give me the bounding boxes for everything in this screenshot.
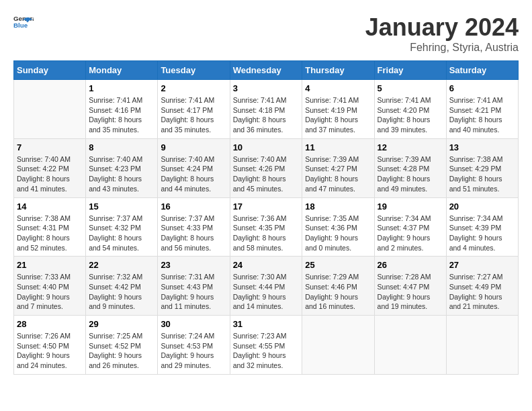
logo: General Blue	[13, 13, 34, 30]
svg-text:Blue: Blue	[13, 21, 28, 29]
day-info: Sunrise: 7:27 AM Sunset: 4:49 PM Dayligh…	[449, 272, 515, 312]
weekday-header-friday: Friday	[374, 61, 446, 80]
weekday-header-tuesday: Tuesday	[158, 61, 230, 80]
day-number: 2	[161, 83, 226, 93]
day-info: Sunrise: 7:40 AM Sunset: 4:26 PM Dayligh…	[233, 154, 300, 194]
day-number: 12	[378, 142, 443, 152]
day-info: Sunrise: 7:31 AM Sunset: 4:43 PM Dayligh…	[161, 272, 226, 312]
calendar-week-row: 7Sunrise: 7:40 AM Sunset: 4:22 PM Daylig…	[14, 138, 519, 197]
calendar-cell: 3Sunrise: 7:41 AM Sunset: 4:18 PM Daylig…	[230, 80, 302, 139]
day-number: 1	[89, 83, 154, 93]
day-number: 9	[161, 142, 226, 152]
logo-icon: General Blue	[13, 13, 34, 30]
calendar-cell: 23Sunrise: 7:31 AM Sunset: 4:43 PM Dayli…	[158, 257, 230, 316]
day-info: Sunrise: 7:34 AM Sunset: 4:39 PM Dayligh…	[449, 214, 515, 253]
day-number: 25	[305, 260, 371, 270]
day-info: Sunrise: 7:41 AM Sunset: 4:17 PM Dayligh…	[161, 95, 226, 135]
calendar-week-row: 21Sunrise: 7:33 AM Sunset: 4:40 PM Dayli…	[14, 257, 519, 316]
calendar-cell: 24Sunrise: 7:30 AM Sunset: 4:44 PM Dayli…	[230, 257, 302, 316]
day-info: Sunrise: 7:30 AM Sunset: 4:44 PM Dayligh…	[233, 272, 300, 312]
day-number: 6	[449, 83, 515, 93]
day-info: Sunrise: 7:40 AM Sunset: 4:23 PM Dayligh…	[89, 154, 154, 194]
day-info: Sunrise: 7:36 AM Sunset: 4:35 PM Dayligh…	[233, 214, 300, 253]
day-number: 3	[233, 83, 300, 93]
day-info: Sunrise: 7:35 AM Sunset: 4:36 PM Dayligh…	[305, 214, 371, 253]
day-number: 26	[378, 260, 443, 270]
day-info: Sunrise: 7:41 AM Sunset: 4:20 PM Dayligh…	[378, 95, 443, 135]
calendar-cell: 28Sunrise: 7:26 AM Sunset: 4:50 PM Dayli…	[14, 316, 86, 375]
day-number: 31	[233, 319, 300, 329]
day-info: Sunrise: 7:41 AM Sunset: 4:18 PM Dayligh…	[233, 95, 300, 135]
calendar-cell: 30Sunrise: 7:24 AM Sunset: 4:53 PM Dayli…	[158, 316, 230, 375]
calendar-cell: 8Sunrise: 7:40 AM Sunset: 4:23 PM Daylig…	[86, 138, 158, 197]
day-number: 23	[161, 260, 226, 270]
calendar-cell: 29Sunrise: 7:25 AM Sunset: 4:52 PM Dayli…	[86, 316, 158, 375]
day-info: Sunrise: 7:41 AM Sunset: 4:21 PM Dayligh…	[449, 95, 515, 135]
calendar-cell: 6Sunrise: 7:41 AM Sunset: 4:21 PM Daylig…	[446, 80, 518, 139]
calendar-cell	[302, 316, 374, 375]
calendar-cell: 20Sunrise: 7:34 AM Sunset: 4:39 PM Dayli…	[446, 197, 518, 257]
calendar-cell: 19Sunrise: 7:34 AM Sunset: 4:37 PM Dayli…	[374, 197, 446, 257]
calendar-cell: 31Sunrise: 7:23 AM Sunset: 4:55 PM Dayli…	[230, 316, 302, 375]
subtitle: Fehring, Styria, Austria	[365, 42, 519, 54]
weekday-header-wednesday: Wednesday	[230, 61, 302, 80]
day-info: Sunrise: 7:33 AM Sunset: 4:40 PM Dayligh…	[17, 272, 83, 312]
day-info: Sunrise: 7:23 AM Sunset: 4:55 PM Dayligh…	[233, 331, 300, 371]
main-title: January 2024	[365, 13, 519, 42]
weekday-header-monday: Monday	[86, 61, 158, 80]
day-info: Sunrise: 7:40 AM Sunset: 4:24 PM Dayligh…	[161, 154, 226, 194]
day-info: Sunrise: 7:37 AM Sunset: 4:32 PM Dayligh…	[89, 214, 154, 253]
calendar-cell: 25Sunrise: 7:29 AM Sunset: 4:46 PM Dayli…	[302, 257, 374, 316]
calendar-table: SundayMondayTuesdayWednesdayThursdayFrid…	[13, 60, 519, 375]
day-info: Sunrise: 7:29 AM Sunset: 4:46 PM Dayligh…	[305, 272, 371, 312]
day-info: Sunrise: 7:25 AM Sunset: 4:52 PM Dayligh…	[89, 331, 154, 371]
calendar-cell: 15Sunrise: 7:37 AM Sunset: 4:32 PM Dayli…	[86, 197, 158, 257]
day-info: Sunrise: 7:34 AM Sunset: 4:37 PM Dayligh…	[378, 214, 443, 253]
weekday-header-saturday: Saturday	[446, 61, 518, 80]
day-number: 19	[378, 201, 443, 212]
calendar-cell: 11Sunrise: 7:39 AM Sunset: 4:27 PM Dayli…	[302, 138, 374, 197]
day-info: Sunrise: 7:26 AM Sunset: 4:50 PM Dayligh…	[17, 331, 83, 371]
day-number: 28	[17, 319, 83, 329]
day-info: Sunrise: 7:32 AM Sunset: 4:42 PM Dayligh…	[89, 272, 154, 312]
day-number: 21	[17, 260, 83, 270]
calendar-cell	[374, 316, 446, 375]
calendar-cell: 2Sunrise: 7:41 AM Sunset: 4:17 PM Daylig…	[158, 80, 230, 139]
day-number: 29	[89, 319, 154, 329]
day-number: 30	[161, 319, 226, 329]
calendar-cell	[14, 80, 86, 139]
calendar-cell	[446, 316, 518, 375]
day-info: Sunrise: 7:28 AM Sunset: 4:47 PM Dayligh…	[378, 272, 443, 312]
calendar-week-row: 1Sunrise: 7:41 AM Sunset: 4:16 PM Daylig…	[14, 80, 519, 139]
day-number: 17	[233, 201, 300, 212]
calendar-week-row: 28Sunrise: 7:26 AM Sunset: 4:50 PM Dayli…	[14, 316, 519, 375]
calendar-cell: 13Sunrise: 7:38 AM Sunset: 4:29 PM Dayli…	[446, 138, 518, 197]
day-number: 16	[161, 201, 226, 212]
day-info: Sunrise: 7:38 AM Sunset: 4:29 PM Dayligh…	[449, 154, 515, 194]
calendar-cell: 27Sunrise: 7:27 AM Sunset: 4:49 PM Dayli…	[446, 257, 518, 316]
day-info: Sunrise: 7:40 AM Sunset: 4:22 PM Dayligh…	[17, 154, 83, 194]
weekday-header-thursday: Thursday	[302, 61, 374, 80]
day-number: 18	[305, 201, 371, 212]
weekday-header-sunday: Sunday	[14, 61, 86, 80]
day-info: Sunrise: 7:39 AM Sunset: 4:27 PM Dayligh…	[305, 154, 371, 194]
calendar-cell: 14Sunrise: 7:38 AM Sunset: 4:31 PM Dayli…	[14, 197, 86, 257]
day-info: Sunrise: 7:41 AM Sunset: 4:16 PM Dayligh…	[89, 95, 154, 135]
weekday-header-row: SundayMondayTuesdayWednesdayThursdayFrid…	[14, 61, 519, 80]
day-number: 5	[378, 83, 443, 93]
calendar-cell: 5Sunrise: 7:41 AM Sunset: 4:20 PM Daylig…	[374, 80, 446, 139]
day-number: 24	[233, 260, 300, 270]
day-info: Sunrise: 7:39 AM Sunset: 4:28 PM Dayligh…	[378, 154, 443, 194]
day-info: Sunrise: 7:24 AM Sunset: 4:53 PM Dayligh…	[161, 331, 226, 371]
day-number: 14	[17, 201, 83, 212]
day-info: Sunrise: 7:41 AM Sunset: 4:19 PM Dayligh…	[305, 95, 371, 135]
day-number: 10	[233, 142, 300, 152]
day-number: 27	[449, 260, 515, 270]
title-area: January 2024 Fehring, Styria, Austria	[365, 13, 519, 54]
header: General Blue January 2024 Fehring, Styri…	[13, 13, 519, 54]
calendar-cell: 12Sunrise: 7:39 AM Sunset: 4:28 PM Dayli…	[374, 138, 446, 197]
day-number: 7	[17, 142, 83, 152]
calendar-cell: 16Sunrise: 7:37 AM Sunset: 4:33 PM Dayli…	[158, 197, 230, 257]
calendar-week-row: 14Sunrise: 7:38 AM Sunset: 4:31 PM Dayli…	[14, 197, 519, 257]
day-number: 13	[449, 142, 515, 152]
